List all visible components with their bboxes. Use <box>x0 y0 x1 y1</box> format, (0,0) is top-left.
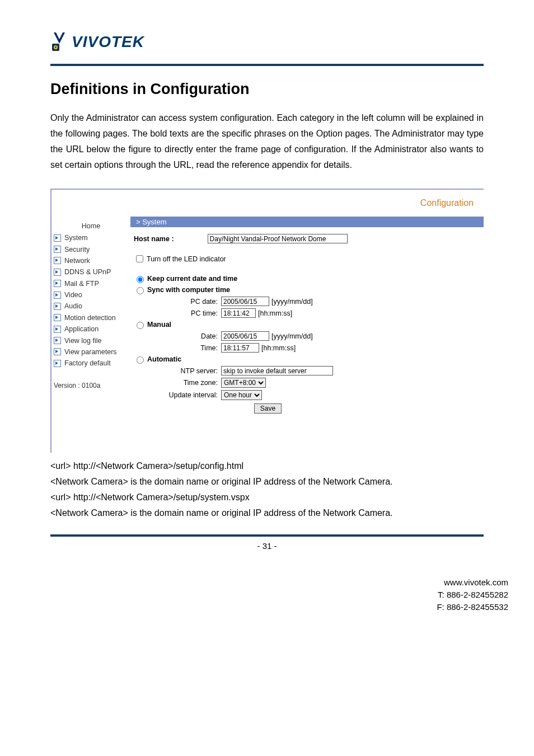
time-format-hint-2: [hh:mm:ss] <box>261 344 296 352</box>
manual-time-label: Time: <box>134 344 221 352</box>
page-number: - 31 - <box>50 541 484 551</box>
manual-time-input[interactable] <box>221 343 259 353</box>
sidebar-home[interactable]: Home <box>51 220 130 232</box>
arrow-icon <box>54 269 61 276</box>
arrow-icon <box>54 360 61 367</box>
url-line-1: <url> http://<Network Camera>/setup/conf… <box>50 458 484 474</box>
radio-automatic[interactable] <box>137 356 144 364</box>
svg-point-2 <box>55 46 57 48</box>
logo: VIVOTEK <box>50 32 484 54</box>
sidebar-item-mailftp[interactable]: Mail & FTP <box>51 278 130 289</box>
arrow-icon <box>54 337 61 344</box>
footer-site: www.vivotek.com <box>0 576 508 589</box>
url-desc-1: <Network Camera> is the domain name or o… <box>50 474 484 490</box>
url-desc-2: <Network Camera> is the domain name or o… <box>50 505 484 521</box>
sidebar: Home System Security Network DDNS & UPnP… <box>51 217 130 414</box>
footer: www.vivotek.com T: 886-2-82455282 F: 886… <box>0 567 534 630</box>
sidebar-item-motion[interactable]: Motion detection <box>51 312 130 323</box>
radio-manual-label: Manual <box>147 321 171 328</box>
arrow-icon <box>54 292 61 299</box>
arrow-icon <box>54 234 61 242</box>
pc-date-label: PC date: <box>134 298 221 306</box>
radio-manual[interactable] <box>137 322 144 329</box>
pc-date-input[interactable] <box>221 297 269 306</box>
ntp-input[interactable] <box>221 366 333 375</box>
led-checkbox[interactable] <box>136 255 143 262</box>
save-button[interactable]: Save <box>254 403 282 414</box>
sidebar-item-network[interactable]: Network <box>51 255 130 266</box>
intro-text: Only the Administrator can access system… <box>50 110 484 173</box>
manual-date-label: Date: <box>134 332 221 340</box>
configuration-link[interactable]: Configuration <box>420 198 474 208</box>
timezone-select[interactable]: GMT+8:00 <box>221 378 266 388</box>
sidebar-item-ddns[interactable]: DDNS & UPnP <box>51 266 130 278</box>
update-interval-select[interactable]: One hour <box>221 390 262 400</box>
radio-keep[interactable] <box>137 276 144 283</box>
pc-time-input[interactable] <box>221 308 256 318</box>
radio-automatic-label: Automatic <box>147 355 181 363</box>
arrow-icon <box>54 314 61 321</box>
radio-sync-label: Sync with computer time <box>147 286 230 294</box>
sidebar-item-viewparams[interactable]: View parameters <box>51 346 130 358</box>
date-format-hint-2: [yyyy/mm/dd] <box>271 332 313 340</box>
sidebar-item-security[interactable]: Security <box>51 243 130 255</box>
sidebar-item-application[interactable]: Application <box>51 323 130 335</box>
radio-sync[interactable] <box>137 287 144 294</box>
sidebar-item-factory[interactable]: Factory default <box>51 358 130 369</box>
breadcrumb: > System <box>130 217 484 227</box>
timezone-label: Time zone: <box>134 379 221 387</box>
arrow-icon <box>54 280 61 287</box>
url-line-2: <url> http://<Network Camera>/setup/syst… <box>50 490 484 505</box>
update-interval-label: Update interval: <box>134 391 221 399</box>
logo-text: VIVOTEK <box>72 33 144 51</box>
logo-icon <box>50 32 68 51</box>
ntp-label: NTP server: <box>134 367 221 375</box>
arrow-icon <box>54 348 61 355</box>
date-format-hint: [yyyy/mm/dd] <box>271 298 313 306</box>
page-title: Definitions in Configuration <box>50 81 484 98</box>
hostname-input[interactable] <box>208 234 348 243</box>
sidebar-item-video[interactable]: Video <box>51 289 130 300</box>
sidebar-item-viewlog[interactable]: View log file <box>51 335 130 346</box>
radio-keep-label: Keep current date and time <box>147 275 237 283</box>
footer-fax: F: 886-2-82455532 <box>0 601 508 613</box>
time-format-hint: [hh:mm:ss] <box>258 309 292 317</box>
sidebar-item-system[interactable]: System <box>51 232 130 243</box>
config-screenshot: Configuration Home System Security Netwo… <box>50 189 484 453</box>
firmware-version: Version : 0100a <box>51 369 130 389</box>
arrow-icon <box>54 303 61 310</box>
pc-time-label: PC time: <box>134 309 221 317</box>
arrow-icon <box>54 257 61 264</box>
arrow-icon <box>54 326 61 333</box>
footer-tel: T: 886-2-82455282 <box>0 589 508 601</box>
divider-bottom <box>50 534 484 537</box>
led-label: Turn off the LED indicator <box>147 255 226 263</box>
divider-top <box>50 64 484 66</box>
arrow-icon <box>54 246 61 253</box>
sidebar-item-audio[interactable]: Audio <box>51 300 130 312</box>
hostname-label: Host name : <box>134 235 208 243</box>
manual-date-input[interactable] <box>221 331 269 341</box>
